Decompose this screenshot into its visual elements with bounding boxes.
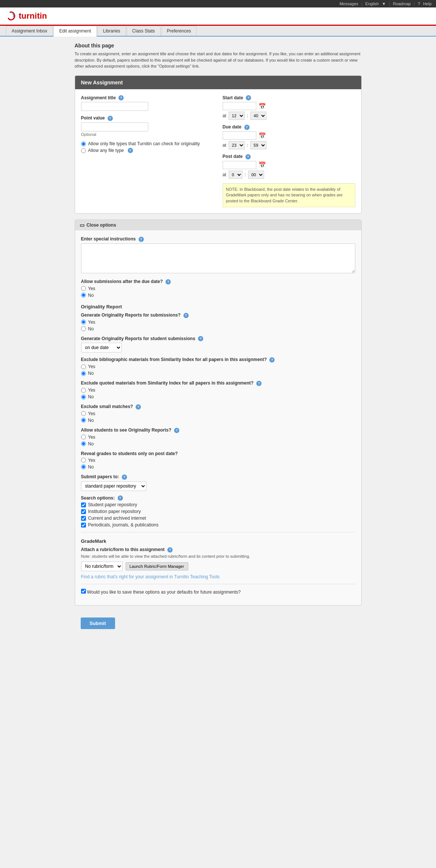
search-options-help-icon[interactable]: ?: [118, 495, 123, 501]
special-instructions-help-icon[interactable]: ?: [139, 237, 144, 242]
file-type-any-help-icon[interactable]: ?: [128, 148, 133, 153]
generate-student-label: Generate Originality Reports for student…: [81, 336, 355, 342]
post-date-input[interactable]: 19-Mar-2016: [223, 161, 256, 169]
file-type-radio-2: Allow any file type ?: [81, 148, 214, 153]
generate-student-group: Generate Originality Reports for student…: [81, 336, 355, 353]
search-periodicals-checkbox[interactable]: [81, 523, 86, 528]
language-selector[interactable]: English: [365, 1, 379, 6]
options-header[interactable]: ▭ Close options: [75, 220, 361, 230]
reveal-no-label: No: [88, 464, 94, 470]
file-type-originality-radio[interactable]: [81, 141, 86, 146]
tab-preferences[interactable]: Preferences: [161, 26, 197, 36]
submit-papers-select[interactable]: standard paper repository no repository …: [81, 481, 146, 491]
due-date-help-icon[interactable]: ?: [244, 125, 250, 130]
attach-rubric-help-icon[interactable]: ?: [167, 547, 173, 553]
generate-reports-help-icon[interactable]: ?: [183, 313, 189, 318]
start-hour-select[interactable]: 12: [229, 112, 245, 120]
form-left: Assignment title ? Point value ? Optiona…: [81, 95, 214, 208]
assignment-title-help-icon[interactable]: ?: [118, 95, 124, 100]
start-minute-select[interactable]: 40: [250, 112, 266, 120]
launch-manager-button[interactable]: Launch Rubric/Form Manager: [126, 562, 188, 570]
options-section: ▭ Close options Enter special instructio…: [75, 220, 362, 606]
exclude-quoted-help-icon[interactable]: ?: [256, 381, 262, 386]
tab-assignment-inbox[interactable]: Assignment Inbox: [6, 26, 53, 36]
reveal-yes-radio[interactable]: [81, 458, 86, 463]
assignment-title-input[interactable]: [81, 102, 148, 111]
reveal-no-radio[interactable]: [81, 464, 86, 469]
allow-see-no-group: No: [81, 441, 355, 447]
generate-student-select[interactable]: on due date immediately after due date: [81, 343, 122, 352]
start-date-calendar-icon[interactable]: 📅: [259, 103, 266, 110]
dropdown-icon: ▼: [382, 1, 386, 6]
search-institution-checkbox[interactable]: [81, 509, 86, 514]
generate-student-help-icon[interactable]: ?: [198, 336, 203, 341]
tab-class-stats[interactable]: Class Stats: [127, 26, 161, 36]
allow-late-label: Allow submissions after the due date? ?: [81, 279, 355, 284]
start-date-input[interactable]: 11-Mar-2016: [223, 102, 256, 110]
submit-papers-help-icon[interactable]: ?: [122, 475, 127, 480]
search-internet-checkbox[interactable]: [81, 516, 86, 521]
toggle-icon: ▭: [80, 222, 84, 228]
roadmap-link[interactable]: Roadmap: [393, 1, 411, 6]
exclude-bib-yes-radio[interactable]: [81, 364, 86, 369]
exclude-bib-help-icon[interactable]: ?: [269, 357, 275, 363]
allow-see-yes-radio[interactable]: [81, 435, 86, 439]
search-internet-label[interactable]: Current and archived internet: [81, 516, 355, 521]
generate-no-group: No: [81, 326, 355, 332]
assignment-title-group: Assignment title ?: [81, 95, 214, 111]
exclude-quoted-yes-radio[interactable]: [81, 388, 86, 393]
due-minute-select[interactable]: 59: [250, 141, 266, 149]
exclude-bib-no-radio[interactable]: [81, 371, 86, 376]
special-instructions-textarea[interactable]: [81, 243, 355, 273]
allow-see-reports-help-icon[interactable]: ?: [174, 428, 179, 433]
submit-button[interactable]: Submit: [81, 617, 115, 629]
allow-late-help-icon[interactable]: ?: [166, 279, 171, 284]
section-divider: [81, 532, 355, 532]
post-minute-select[interactable]: 00: [248, 171, 264, 179]
search-student-checkbox[interactable]: [81, 503, 86, 507]
exclude-quoted-no-radio[interactable]: [81, 395, 86, 399]
due-hour-select[interactable]: 23: [229, 141, 245, 149]
allow-see-yes-group: Yes: [81, 435, 355, 440]
logo: turnitin: [6, 10, 47, 22]
allow-see-no-radio[interactable]: [81, 441, 86, 446]
exclude-small-yes-radio[interactable]: [81, 411, 86, 416]
teaching-tools-link[interactable]: Find a rubric that's right for your assi…: [81, 574, 355, 579]
save-defaults-checkbox[interactable]: [81, 589, 86, 594]
post-date-calendar-icon[interactable]: 📅: [259, 161, 266, 168]
exclude-bib-no-group: No: [81, 371, 355, 376]
file-type-any-radio[interactable]: [81, 148, 86, 153]
exclude-small-no-label: No: [88, 418, 94, 423]
close-options-label: Close options: [87, 223, 116, 228]
main-content: About this page To create an assignment,…: [69, 37, 368, 641]
search-periodicals-label[interactable]: Periodicals, journals, & publications: [81, 522, 355, 528]
post-at-label: at: [223, 172, 226, 177]
search-student-label[interactable]: Student paper repository: [81, 502, 355, 507]
due-date-calendar-icon[interactable]: 📅: [259, 132, 266, 139]
exclude-small-yes-group: Yes: [81, 411, 355, 416]
submit-papers-label: Submit papers to: ?: [81, 474, 355, 480]
post-date-help-icon[interactable]: ?: [245, 154, 251, 159]
allow-see-no-label: No: [88, 441, 94, 447]
start-date-help-icon[interactable]: ?: [246, 95, 251, 100]
generate-no-radio[interactable]: [81, 326, 86, 331]
messages-link[interactable]: Messages: [340, 1, 358, 6]
rubric-select[interactable]: No rubric/form: [81, 561, 123, 571]
reveal-grades-label: Reveal grades to students only on post d…: [81, 451, 355, 456]
generate-yes-radio[interactable]: [81, 320, 86, 324]
point-value-input[interactable]: [81, 122, 148, 131]
allow-late-yes-radio[interactable]: [81, 286, 86, 291]
post-hour-select[interactable]: 0: [229, 171, 242, 179]
point-value-help-icon[interactable]: ?: [108, 116, 113, 121]
allow-see-reports-label: Allow students to see Originality Report…: [81, 427, 355, 433]
exclude-quoted-no-label: No: [88, 394, 94, 399]
point-value-label: Point value ?: [81, 115, 214, 121]
search-institution-label[interactable]: Institution paper repository: [81, 509, 355, 514]
exclude-small-help-icon[interactable]: ?: [136, 404, 141, 410]
tab-libraries[interactable]: Libraries: [98, 26, 126, 36]
due-date-input[interactable]: 18-Mar-2016: [223, 131, 256, 140]
allow-late-no-radio[interactable]: [81, 293, 86, 298]
tab-edit-assignment[interactable]: Edit assignment: [53, 26, 96, 37]
help-link[interactable]: Help: [423, 1, 432, 6]
exclude-small-no-radio[interactable]: [81, 418, 86, 423]
